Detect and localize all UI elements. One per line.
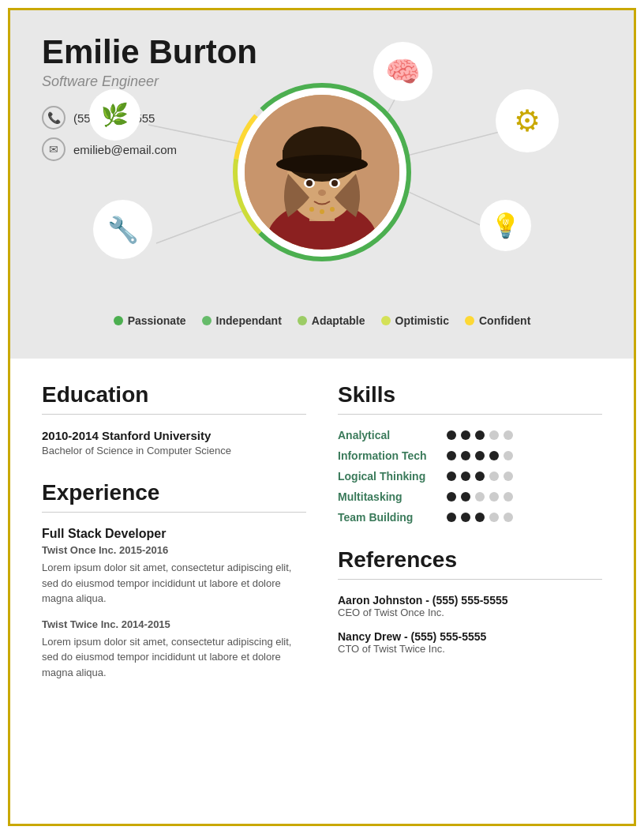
exp-company-1: Twist Twice Inc. 2014-2015 bbox=[42, 618, 306, 630]
dot bbox=[489, 451, 499, 460]
skill-dots-logical bbox=[447, 471, 513, 481]
dot bbox=[461, 471, 470, 481]
skills-title: Skills bbox=[338, 382, 602, 408]
dot bbox=[475, 513, 485, 522]
photo-ring bbox=[231, 81, 413, 263]
skill-label-analytical: Analytical bbox=[338, 429, 440, 441]
skills-divider bbox=[338, 414, 602, 415]
education-divider bbox=[42, 414, 306, 415]
trait-dot-confident bbox=[465, 316, 474, 325]
dot bbox=[447, 492, 456, 502]
education-section: Education 2010-2014 Stanford University … bbox=[42, 382, 306, 456]
dot bbox=[461, 430, 470, 440]
dot bbox=[489, 513, 499, 522]
dot bbox=[447, 471, 456, 481]
experience-title: Experience bbox=[42, 480, 306, 505]
edu-years-school-0: 2010-2014 Stanford University bbox=[42, 429, 306, 442]
trait-dot-passionate bbox=[114, 316, 123, 325]
dot bbox=[504, 471, 513, 481]
left-column: Education 2010-2014 Stanford University … bbox=[42, 382, 306, 692]
exp-role-0: Full Stack Developer bbox=[42, 527, 306, 541]
leaf-satellite: 🌿 bbox=[89, 89, 140, 141]
skill-label-multitasking: Multitasking bbox=[338, 490, 440, 503]
resume-container: Emilie Burton Software Engineer 📞 (555)-… bbox=[8, 8, 636, 826]
ref-entry-1: Nancy Drew - (555) 555-5555 CTO of Twist… bbox=[338, 630, 602, 655]
trait-dot-independant bbox=[202, 316, 212, 325]
experience-section: Experience Full Stack Developer Twist On… bbox=[42, 480, 306, 680]
dot bbox=[461, 513, 470, 522]
trait-label-optimistic: Optimistic bbox=[395, 314, 449, 327]
trait-dot-optimistic bbox=[381, 316, 391, 325]
body-section: Education 2010-2014 Stanford University … bbox=[10, 359, 634, 716]
dot bbox=[489, 471, 499, 481]
trait-label-confident: Confident bbox=[479, 314, 530, 327]
skill-teambuilding: Team Building bbox=[338, 511, 602, 524]
education-title: Education bbox=[42, 382, 306, 408]
svg-point-18 bbox=[306, 180, 313, 186]
gear-satellite: ⚙ bbox=[496, 89, 559, 152]
dot bbox=[504, 430, 513, 440]
skill-dots-multitasking bbox=[447, 492, 513, 502]
trait-label-passionate: Passionate bbox=[128, 314, 186, 327]
references-divider bbox=[338, 579, 602, 580]
trait-independant: Independant bbox=[202, 314, 282, 327]
dot bbox=[489, 430, 499, 440]
edu-entry-0: 2010-2014 Stanford University Bachelor o… bbox=[42, 429, 306, 456]
edu-degree-0: Bachelor of Science in Computer Science bbox=[42, 445, 306, 456]
references-title: References bbox=[338, 547, 602, 573]
skill-infotech: Information Tech bbox=[338, 449, 602, 462]
skill-dots-analytical bbox=[447, 430, 513, 440]
skill-label-infotech: Information Tech bbox=[338, 449, 440, 462]
trait-confident: Confident bbox=[465, 314, 530, 327]
exp-desc-0: Lorem ipsum dolor sit amet, consectetur … bbox=[42, 560, 306, 607]
dot bbox=[504, 492, 513, 502]
dot bbox=[504, 513, 513, 522]
trait-optimistic: Optimistic bbox=[381, 314, 449, 327]
dot bbox=[461, 451, 470, 460]
lightbulb-satellite: 💡 bbox=[480, 200, 531, 251]
dot bbox=[504, 451, 513, 460]
svg-point-20 bbox=[318, 190, 326, 196]
gear-icon: ⚙ bbox=[514, 103, 541, 138]
dot bbox=[489, 492, 499, 502]
leaf-icon: 🌿 bbox=[101, 102, 129, 128]
svg-point-21 bbox=[309, 207, 314, 212]
dot bbox=[475, 430, 485, 440]
skill-label-teambuilding: Team Building bbox=[338, 511, 440, 524]
exp-desc-1: Lorem ipsum dolor sit amet, consectetur … bbox=[42, 634, 306, 681]
experience-divider bbox=[42, 512, 306, 513]
trait-label-independant: Independant bbox=[216, 314, 282, 327]
ref-role-1: CTO of Twist Twice Inc. bbox=[338, 643, 602, 655]
ref-name-0: Aaron Johnston - (555) 555-5555 bbox=[338, 594, 602, 607]
dot bbox=[461, 492, 470, 502]
svg-point-22 bbox=[320, 209, 324, 214]
dot bbox=[447, 430, 456, 440]
ref-role-0: CEO of Twist Once Inc. bbox=[338, 607, 602, 618]
ref-name-1: Nancy Drew - (555) 555-5555 bbox=[338, 630, 602, 643]
photo-area: 🧠 ⚙ 💡 🌿 🔧 bbox=[42, 34, 602, 302]
profile-photo bbox=[245, 95, 399, 250]
dot bbox=[447, 513, 456, 522]
lightbulb-icon: 💡 bbox=[491, 212, 520, 239]
dot bbox=[475, 492, 485, 502]
dot bbox=[475, 471, 485, 481]
wrench-satellite: 🔧 bbox=[93, 200, 152, 259]
svg-point-19 bbox=[331, 180, 338, 186]
skill-dots-teambuilding bbox=[447, 513, 513, 522]
wrench-icon: 🔧 bbox=[107, 215, 139, 245]
header-section: Emilie Burton Software Engineer 📞 (555)-… bbox=[10, 10, 634, 359]
exp-company-0: Twist Once Inc. 2015-2016 bbox=[42, 544, 306, 556]
skill-multitasking: Multitasking bbox=[338, 490, 602, 503]
skill-analytical: Analytical bbox=[338, 429, 602, 441]
right-column: Skills Analytical Information Tech bbox=[338, 382, 602, 692]
trait-adaptable: Adaptable bbox=[298, 314, 365, 327]
trait-label-adaptable: Adaptable bbox=[312, 314, 365, 327]
references-section: References Aaron Johnston - (555) 555-55… bbox=[338, 547, 602, 655]
svg-point-15 bbox=[276, 155, 368, 174]
person-svg bbox=[245, 95, 399, 250]
dot bbox=[447, 451, 456, 460]
trait-passionate: Passionate bbox=[114, 314, 186, 327]
svg-point-23 bbox=[330, 207, 335, 212]
skill-dots-infotech bbox=[447, 451, 513, 460]
traits-bar: Passionate Independant Adaptable Optimis… bbox=[42, 302, 602, 343]
